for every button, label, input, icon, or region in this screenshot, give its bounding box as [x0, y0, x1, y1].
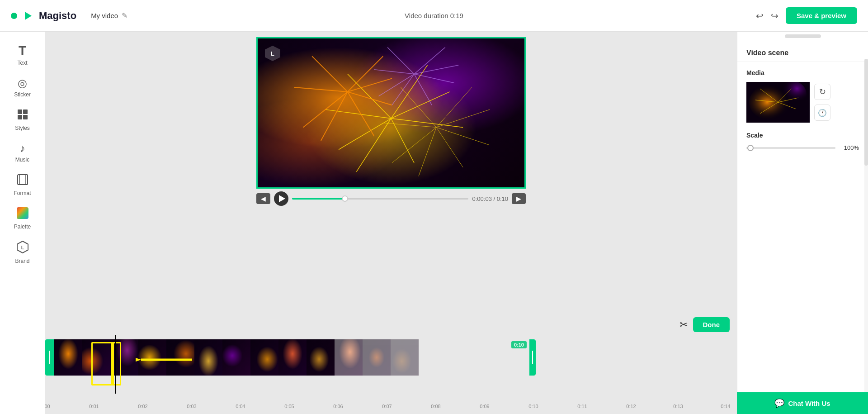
clock-icon: 🕐 [818, 109, 827, 117]
scissors-button[interactable]: ✂ [679, 319, 688, 331]
format-icon [17, 174, 28, 188]
sidebar-item-brand[interactable]: L Brand [3, 236, 42, 269]
brand-icon: L [17, 241, 28, 256]
video-preview-container: L ◀ 0:00:03 / 0:10 ▶ [256, 37, 526, 209]
svg-rect-6 [17, 207, 28, 219]
panel-body: Media [737, 62, 868, 414]
scale-row: 100% [746, 144, 859, 151]
logo-play-icon [25, 12, 32, 20]
panel-title: Video scene [746, 49, 788, 57]
sidebar-item-sticker[interactable]: ◎ Sticker [3, 72, 42, 102]
canvas-area: L ◀ 0:00:03 / 0:10 ▶ [45, 32, 737, 414]
sidebar-item-music-label: Music [15, 157, 29, 163]
clip-frame [194, 339, 222, 376]
clip-frame [250, 339, 278, 376]
clip-start-handle[interactable] [45, 339, 54, 376]
chat-with-us-button[interactable]: 💬 Chat With Us [737, 392, 868, 414]
clock-media-button[interactable]: 🕐 [814, 105, 830, 121]
svg-line-38 [414, 74, 454, 83]
done-button[interactable]: Done [693, 317, 730, 332]
svg-rect-2 [18, 115, 22, 119]
palette-icon [17, 207, 28, 222]
svg-line-30 [436, 127, 490, 145]
svg-line-37 [414, 65, 458, 74]
main-layout: T Text ◎ Sticker Styles ♪ Music Format [0, 32, 868, 414]
fireworks-background [258, 38, 524, 187]
sticker-icon: ◎ [18, 77, 27, 90]
sidebar-item-text[interactable]: T Text [3, 39, 42, 71]
svg-line-26 [383, 123, 436, 128]
clip-frame [307, 339, 335, 376]
time-bar: ◀ 0:00:03 / 0:10 ▶ [256, 189, 526, 209]
clip-end-handle[interactable] [529, 339, 536, 376]
svg-line-16 [356, 119, 391, 172]
svg-line-17 [312, 56, 348, 92]
ruler-tick-14: 0:14 [721, 404, 730, 409]
timeline-section: ✂ Done [45, 314, 737, 414]
svg-line-31 [436, 127, 463, 167]
video-title-area: My video ✎ [91, 11, 127, 20]
header-center: Video duration 0:19 [405, 12, 463, 19]
svg-rect-3 [23, 115, 28, 119]
ruler-tick-3: 0:03 [187, 404, 196, 409]
progress-bar[interactable] [292, 198, 468, 200]
clip-frames [54, 339, 529, 376]
panel-thumbnail-row: ↻ 🕐 [746, 82, 859, 123]
prev-scene-button[interactable]: ◀ [256, 193, 270, 204]
logo-dot-icon [11, 13, 17, 19]
svg-line-19 [303, 92, 348, 128]
svg-rect-5 [19, 175, 26, 185]
ruler-tick-11: 0:11 [577, 404, 587, 409]
refresh-media-button[interactable]: ↻ [814, 84, 830, 100]
panel-scrollbar[interactable] [864, 59, 868, 414]
video-duration-label: Video duration 0:19 [405, 12, 463, 19]
ruler-tick-8: 0:08 [431, 404, 440, 409]
clip-frame [363, 339, 391, 376]
ruler-tick-9: 0:09 [480, 404, 489, 409]
sidebar-item-sticker-label: Sticker [14, 91, 31, 98]
panel-header: Video scene [737, 41, 868, 62]
sidebar-item-styles-label: Styles [15, 125, 30, 131]
clip-frame [222, 339, 250, 376]
video-preview: L [256, 37, 526, 189]
next-scene-button[interactable]: ▶ [512, 193, 526, 204]
ruler-tick-0: 0:00 [45, 404, 50, 409]
svg-line-18 [294, 87, 348, 92]
scale-section-title: Scale [746, 132, 859, 139]
clip-frame [82, 339, 110, 376]
clip-frame [110, 339, 138, 376]
svg-line-33 [387, 48, 414, 74]
sidebar: T Text ◎ Sticker Styles ♪ Music Format [0, 32, 45, 414]
save-preview-button[interactable]: Save & preview [786, 7, 857, 24]
panel-scroll-indicator-top [737, 32, 868, 41]
sidebar-item-text-label: Text [17, 60, 27, 66]
edit-title-button[interactable]: ✎ [122, 11, 127, 20]
svg-text:L: L [21, 245, 24, 250]
clip-time-badge: 0:10 [511, 341, 527, 348]
sidebar-item-palette[interactable]: Palette [3, 203, 42, 234]
ruler-tick-7: 0:07 [382, 404, 392, 409]
music-icon: ♪ [20, 142, 25, 155]
ruler-tick-13: 0:13 [673, 404, 683, 409]
clip-frame [391, 339, 419, 376]
sidebar-item-styles[interactable]: Styles [3, 104, 42, 136]
ruler-tick-4: 0:04 [236, 404, 245, 409]
play-button[interactable] [274, 191, 288, 206]
undo-button[interactable]: ↩ [756, 10, 764, 21]
sidebar-item-format[interactable]: Format [3, 169, 42, 201]
scale-value-display: 100% [840, 144, 859, 151]
playhead[interactable] [115, 335, 116, 394]
styles-icon [17, 109, 28, 123]
panel-scrollbar-thumb[interactable] [864, 59, 868, 166]
refresh-icon: ↻ [819, 87, 826, 97]
timeline-scroll[interactable]: 0:10 [45, 335, 737, 412]
sidebar-item-palette-label: Palette [14, 224, 31, 230]
ruler-tick-12: 0:12 [626, 404, 636, 409]
svg-line-39 [414, 74, 432, 105]
redo-button[interactable]: ↪ [771, 10, 778, 21]
scale-slider[interactable] [746, 147, 835, 149]
timeline-toolbar: ✂ Done [45, 314, 737, 335]
chat-button-label: Chat With Us [788, 400, 830, 407]
sidebar-item-music[interactable]: ♪ Music [3, 138, 42, 167]
timeline-content: 0:10 [45, 335, 737, 412]
